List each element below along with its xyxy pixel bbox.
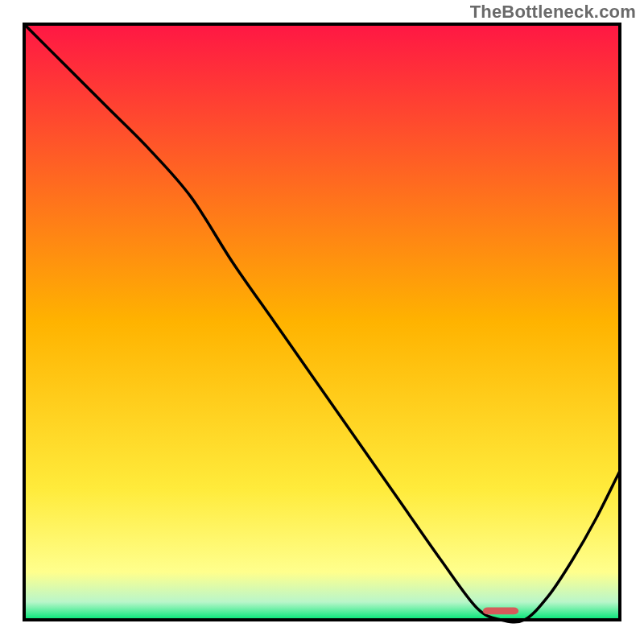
chart-container: TheBottleneck.com: [0, 0, 644, 644]
optimum-marker: [483, 607, 518, 614]
bottleneck-chart: [0, 0, 644, 644]
